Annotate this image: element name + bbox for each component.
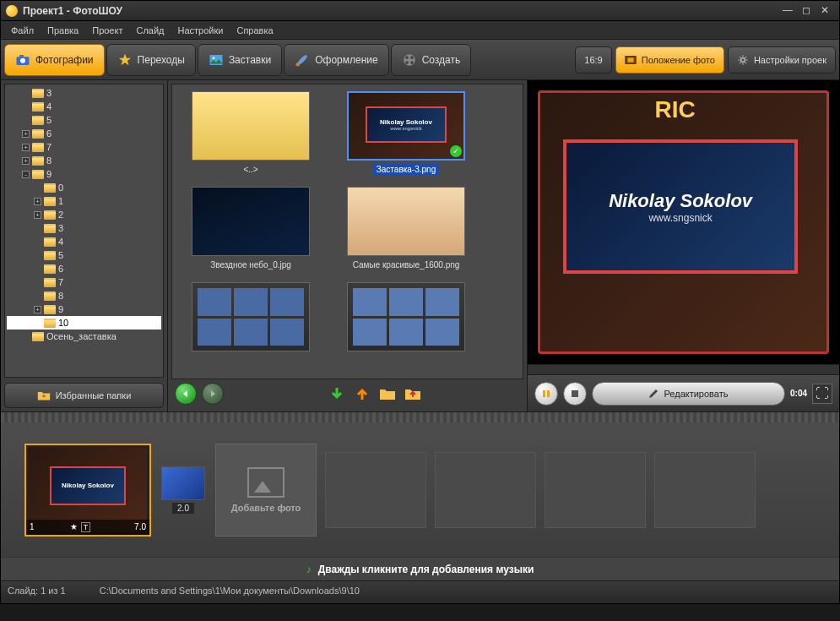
tree-row[interactable]: 10 bbox=[7, 316, 161, 330]
close-button[interactable]: ✕ bbox=[816, 4, 834, 18]
project-settings-button[interactable]: Настройки проек bbox=[728, 46, 836, 74]
pause-button[interactable] bbox=[534, 382, 558, 406]
tree-row[interactable]: 6 bbox=[7, 262, 161, 275]
music-track[interactable]: ♪ Дважды кликните для добавления музыки bbox=[1, 557, 839, 580]
tree-label: 4 bbox=[46, 101, 51, 112]
tree-label: 1 bbox=[58, 196, 63, 206]
edit-button[interactable]: Редактировать bbox=[592, 382, 785, 406]
thumbnail-grid: <..>Nikolay Sokolovwww.sngsnick✓Заставка… bbox=[171, 84, 523, 379]
tab-design[interactable]: Оформление bbox=[284, 44, 388, 76]
tree-label: 4 bbox=[58, 237, 63, 247]
thumbnail-label: Заставка-3.png bbox=[373, 164, 439, 175]
empty-slot[interactable] bbox=[435, 452, 536, 528]
camera-icon bbox=[15, 52, 30, 68]
svg-rect-2 bbox=[19, 55, 24, 57]
tree-row[interactable]: 0 bbox=[7, 181, 161, 194]
menu-slide[interactable]: Слайд bbox=[129, 25, 171, 35]
empty-slot[interactable] bbox=[545, 452, 646, 528]
aspect-button[interactable]: 16:9 bbox=[575, 46, 611, 74]
tree-row[interactable]: 5 bbox=[7, 248, 161, 262]
slide-text-icon[interactable]: T bbox=[81, 522, 91, 532]
menu-edit[interactable]: Правка bbox=[41, 25, 85, 35]
tree-expand-icon[interactable]: + bbox=[22, 157, 30, 165]
tree-label: 6 bbox=[46, 128, 51, 139]
file-browser: <..>Nikolay Sokolovwww.sngsnick✓Заставка… bbox=[168, 80, 527, 411]
menu-help[interactable]: Справка bbox=[230, 25, 279, 35]
tree-expand-icon[interactable]: + bbox=[22, 130, 30, 138]
tab-photos[interactable]: Фотографии bbox=[4, 44, 105, 76]
placeholder-label: Добавьте фото bbox=[231, 503, 301, 513]
preview-viewport[interactable]: RIC Nikolay Sokolov www.sngsnick bbox=[528, 80, 839, 364]
fullscreen-button[interactable]: ⛶ bbox=[812, 384, 832, 404]
thumbnail[interactable]: Самые красивые_1600.png bbox=[334, 187, 478, 270]
svg-point-7 bbox=[405, 56, 409, 59]
folder-icon bbox=[32, 143, 44, 152]
thumbnail[interactable]: Звездное небо_0.jpg bbox=[179, 187, 322, 270]
minimize-button[interactable]: — bbox=[778, 4, 797, 18]
folder-up-button[interactable] bbox=[403, 384, 423, 404]
favorites-button[interactable]: Избранные папки bbox=[4, 383, 164, 408]
tree-row[interactable]: 7 bbox=[7, 275, 161, 289]
folder-icon bbox=[32, 170, 44, 179]
folder-tree[interactable]: 345+6+7+8-90+1+2345678+910Осень_заставка bbox=[4, 84, 164, 378]
tree-label: 7 bbox=[58, 277, 63, 287]
timeline: Nikolay Sokolov 1 ★ T 7.0 2.0 Добавьте ф… bbox=[1, 411, 839, 580]
thumbnail[interactable] bbox=[334, 282, 478, 357]
timeline-slide-1[interactable]: Nikolay Sokolov 1 ★ T 7.0 bbox=[24, 444, 151, 537]
empty-slot[interactable] bbox=[654, 452, 756, 528]
folder-button[interactable] bbox=[377, 384, 398, 404]
download-button[interactable] bbox=[327, 384, 347, 404]
tree-row[interactable]: +8 bbox=[7, 154, 161, 167]
tree-expand-icon[interactable]: + bbox=[34, 198, 41, 205]
tree-row[interactable]: -9 bbox=[7, 167, 161, 181]
tree-row[interactable]: +6 bbox=[7, 127, 161, 140]
tree-expand-icon[interactable]: - bbox=[22, 171, 30, 178]
tree-row[interactable]: 8 bbox=[7, 289, 161, 302]
tree-row[interactable]: +7 bbox=[7, 140, 161, 154]
tree-label: 5 bbox=[58, 250, 63, 260]
position-button[interactable]: Положение фото bbox=[615, 46, 724, 74]
tree-row[interactable]: +1 bbox=[7, 194, 161, 208]
tree-row[interactable]: 3 bbox=[7, 86, 161, 100]
thumbnail[interactable]: Nikolay Sokolovwww.sngsnick✓Заставка-3.p… bbox=[334, 91, 478, 175]
transition-1[interactable]: 2.0 bbox=[160, 466, 207, 514]
tree-expand-icon[interactable]: + bbox=[34, 306, 41, 313]
tab-create[interactable]: Создать bbox=[391, 44, 472, 76]
preview-seekbar[interactable] bbox=[528, 364, 839, 374]
empty-slot[interactable] bbox=[325, 452, 426, 528]
thumbnail[interactable] bbox=[179, 282, 322, 357]
tab-transitions[interactable]: Переходы bbox=[106, 44, 196, 76]
time-display: 0:04 bbox=[790, 389, 807, 398]
tree-expand-icon[interactable]: + bbox=[22, 144, 30, 151]
tree-row[interactable]: 4 bbox=[7, 100, 161, 113]
nav-back-button[interactable] bbox=[175, 383, 197, 405]
menu-settings[interactable]: Настройки bbox=[171, 25, 230, 35]
nav-forward-button[interactable] bbox=[202, 383, 224, 405]
tree-row[interactable]: 4 bbox=[7, 235, 161, 248]
timeline-track[interactable]: Nikolay Sokolov 1 ★ T 7.0 2.0 Добавьте ф… bbox=[1, 422, 839, 557]
add-photo-placeholder[interactable]: Добавьте фото bbox=[215, 444, 317, 537]
tab-titles[interactable]: Заставки bbox=[198, 44, 282, 76]
tree-row[interactable]: Осень_заставка bbox=[7, 330, 161, 343]
preview-controls: Редактировать 0:04 ⛶ bbox=[528, 374, 839, 411]
thumbnail-label: <..> bbox=[240, 164, 261, 175]
tree-row[interactable]: 3 bbox=[7, 221, 161, 235]
maximize-button[interactable]: ◻ bbox=[797, 4, 816, 18]
tree-expand-icon[interactable]: + bbox=[34, 211, 41, 219]
svg-rect-15 bbox=[547, 390, 550, 397]
pencil-icon bbox=[648, 389, 658, 399]
tree-row[interactable]: +9 bbox=[7, 302, 161, 316]
slide-star-icon[interactable]: ★ bbox=[70, 522, 78, 531]
thumbnail-label: Самые красивые_1600.png bbox=[350, 259, 463, 270]
tree-row[interactable]: +2 bbox=[7, 208, 161, 221]
thumbnail[interactable]: <..> bbox=[179, 91, 322, 175]
film-icon bbox=[402, 52, 417, 68]
folder-icon bbox=[44, 264, 56, 274]
menu-project[interactable]: Проект bbox=[85, 25, 129, 35]
tree-row[interactable]: 5 bbox=[7, 113, 161, 127]
upload-button[interactable] bbox=[352, 384, 372, 404]
menu-file[interactable]: Файл bbox=[4, 25, 41, 35]
folder-icon bbox=[44, 237, 56, 247]
thumbnail-image: Nikolay Sokolovwww.sngsnick✓ bbox=[347, 91, 465, 161]
stop-button[interactable] bbox=[563, 382, 587, 406]
